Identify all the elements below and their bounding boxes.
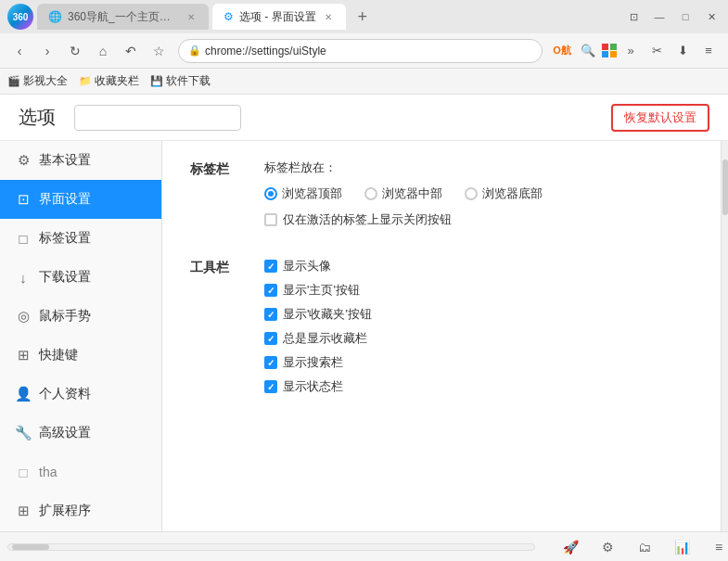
sidebar-item-partial[interactable]: □ tha	[0, 453, 161, 491]
bookmark-software[interactable]: 💾 软件下载	[150, 73, 211, 89]
show-home-checkbox[interactable]: ✓ 显示'主页'按钮	[264, 282, 693, 299]
restore-window-button[interactable]: ⊡	[624, 7, 643, 26]
download-settings-icon: ↓	[15, 270, 32, 286]
radio-top-circle	[264, 187, 277, 200]
show-home-label: 显示'主页'按钮	[283, 282, 360, 299]
sidebar-item-extensions[interactable]: ⊞ 扩展程序	[0, 491, 161, 530]
close-btn-checkbox[interactable]: 仅在激活的标签上显示关闭按钮	[264, 211, 693, 228]
show-fav-label: 显示'收藏夹'按钮	[283, 306, 372, 323]
show-statusbar-checkbox[interactable]: ✓ 显示状态栏	[264, 378, 693, 395]
bookmark-movies[interactable]: 🎬 影视大全	[7, 73, 68, 89]
apps-button[interactable]	[602, 44, 617, 58]
sidebar-label-advanced: 高级设置	[39, 425, 91, 441]
search-button[interactable]: 🔍	[576, 39, 600, 63]
sidebar-label-download: 下载设置	[39, 269, 91, 286]
tabbar-content: 标签栏放在： 浏览器顶部	[264, 159, 693, 236]
extensions-icon: ⊞	[15, 503, 32, 519]
sidebar-item-tab[interactable]: □ 标签设置	[0, 219, 161, 258]
maximize-button[interactable]: □	[676, 7, 695, 26]
advanced-settings-icon: 🔧	[15, 425, 32, 441]
h-scrollbar-thumb	[12, 544, 49, 550]
toolbar-content: ✓ 显示头像 ✓ 显示'主页'按钮 ✓ 显示'收藏夹'按钮	[264, 258, 693, 402]
bookmark-movies-label: 影视大全	[23, 73, 68, 89]
page-scrollbar[interactable]	[721, 141, 728, 531]
show-avatar-label: 显示头像	[283, 258, 331, 274]
sidebar-item-mouse[interactable]: ◎ 鼠标手势	[0, 297, 161, 336]
status-bar: 🚀 ⚙ 🗂 📊 ≡	[0, 531, 728, 561]
toolbar-section: 工具栏 ✓ 显示头像 ✓ 显示'主页'按钮	[190, 258, 693, 402]
show-fav-box: ✓	[264, 308, 277, 321]
sidebar-item-download[interactable]: ↓ 下载设置	[0, 258, 161, 297]
address-bar[interactable]: 🔒 chrome://settings/uiStyle	[178, 39, 543, 63]
bookmark-favorites-label: 收藏夹栏	[95, 73, 139, 89]
status-chart-icon[interactable]: 📊	[672, 538, 691, 556]
bookmark-favorites[interactable]: 📁 收藏夹栏	[79, 73, 139, 89]
minimize-button[interactable]: —	[650, 7, 669, 26]
search-input[interactable]	[74, 105, 241, 131]
sidebar-label-tab: 标签设置	[39, 230, 91, 247]
sidebar-label-mouse: 鼠标手势	[39, 308, 91, 325]
sidebar-item-ui[interactable]: ⊡ 界面设置	[0, 180, 161, 219]
settings-header: 选项 恢复默认设置	[0, 95, 728, 141]
radio-bottom[interactable]: 浏览器底部	[465, 185, 543, 202]
radio-middle[interactable]: 浏览器中部	[364, 185, 442, 202]
tab1-label: 360导航_一个主页，整个世界	[68, 9, 179, 25]
browser-logo: 360	[7, 4, 33, 30]
sidebar-item-shortcut[interactable]: ⊞ 快捷键	[0, 336, 161, 375]
more-button[interactable]: »	[619, 39, 643, 63]
show-searchbar-label: 显示搜索栏	[283, 354, 343, 371]
always-show-favbar-checkbox[interactable]: ✓ 总是显示收藏栏	[264, 330, 693, 347]
radio-middle-circle	[364, 187, 377, 200]
tab2-close[interactable]: ✕	[322, 10, 335, 23]
tab1-close[interactable]: ✕	[185, 10, 198, 23]
settings-body: ⚙ 基本设置 ⊡ 界面设置 □ 标签设置 ↓ 下载设置	[0, 141, 728, 531]
address-lock-icon: 🔒	[188, 45, 201, 57]
navigation-toolbar: ‹ › ↻ ⌂ ↶ ☆ 🔒 chrome://settings/uiStyle …	[0, 33, 728, 69]
sidebar-label-extensions: 扩展程序	[39, 503, 91, 519]
tab-active-2[interactable]: ⚙ 选项 - 界面设置 ✕	[212, 4, 346, 30]
page-title: 选项	[19, 105, 56, 130]
ui-settings-icon: ⊡	[15, 191, 32, 208]
tabbar-section-row: 标签栏 标签栏放在： 浏览器顶部	[190, 159, 693, 236]
download-button[interactable]: ⬇	[671, 39, 695, 63]
tabbar-section-name: 标签栏	[190, 159, 246, 178]
show-avatar-checkbox[interactable]: ✓ 显示头像	[264, 258, 693, 274]
show-searchbar-checkbox[interactable]: ✓ 显示搜索栏	[264, 354, 693, 371]
tabbar-section: 标签栏 标签栏放在： 浏览器顶部	[190, 159, 693, 236]
360-nav-button[interactable]: O航	[550, 39, 574, 63]
tab1-icon: 🌐	[48, 10, 62, 23]
forward-button[interactable]: ›	[35, 39, 59, 63]
home-button[interactable]: ⌂	[91, 39, 115, 63]
settings-main: 标签栏 标签栏放在： 浏览器顶部	[162, 141, 721, 531]
status-menu-icon[interactable]: ≡	[709, 538, 728, 556]
close-btn-checkbox-box	[264, 213, 277, 226]
sidebar-item-advanced[interactable]: 🔧 高级设置	[0, 414, 161, 453]
menu-button[interactable]: ≡	[696, 39, 721, 63]
refresh-button[interactable]: ↻	[63, 39, 87, 63]
restore-defaults-button[interactable]: 恢复默认设置	[611, 104, 709, 132]
status-settings-icon[interactable]: ⚙	[598, 538, 617, 556]
show-fav-checkbox[interactable]: ✓ 显示'收藏夹'按钮	[264, 306, 693, 323]
close-window-button[interactable]: ✕	[702, 7, 721, 26]
radio-top[interactable]: 浏览器顶部	[264, 185, 342, 202]
tab-settings-icon: □	[15, 231, 32, 247]
show-statusbar-label: 显示状态栏	[283, 378, 343, 395]
tabbar-position-group: 浏览器顶部 浏览器中部	[264, 185, 693, 202]
status-history-icon[interactable]: 🗂	[635, 538, 654, 556]
back-alt-button[interactable]: ↶	[119, 39, 143, 63]
sidebar-item-basic[interactable]: ⚙ 基本设置	[0, 141, 161, 180]
tab-inactive-1[interactable]: 🌐 360导航_一个主页，整个世界 ✕	[37, 4, 209, 30]
settings-page: 选项 恢复默认设置 ⚙ 基本设置 ⊡ 界面设置 □	[0, 95, 728, 531]
status-rocket-icon[interactable]: 🚀	[561, 538, 580, 556]
movies-icon: 🎬	[7, 75, 20, 87]
show-statusbar-box: ✓	[264, 380, 277, 393]
basic-settings-icon: ⚙	[15, 152, 32, 169]
radio-top-label: 浏览器顶部	[282, 185, 342, 202]
cut-button[interactable]: ✂	[645, 39, 669, 63]
back-button[interactable]: ‹	[7, 39, 32, 63]
sidebar-item-profile[interactable]: 👤 个人资料	[0, 375, 161, 414]
partial-icon: □	[15, 465, 32, 480]
bookmark-software-label: 软件下载	[166, 73, 211, 89]
bookmark-star-button[interactable]: ☆	[147, 39, 171, 63]
new-tab-button[interactable]: +	[350, 4, 376, 30]
